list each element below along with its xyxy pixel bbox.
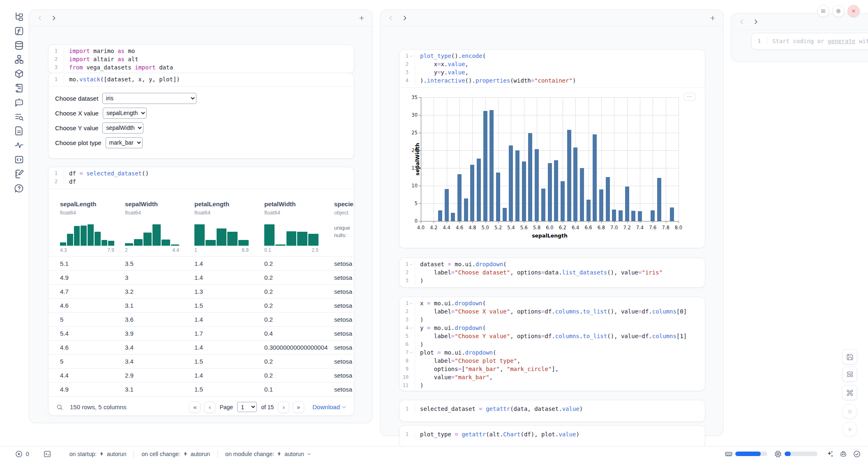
table-row[interactable]: 53.61.40.2setosa (48, 312, 354, 326)
column-panel-1: 1import marimo as mo2import altair as al… (29, 9, 373, 423)
table-row[interactable]: 4.73.21.30.2setosa (48, 284, 354, 298)
cell-xy-dropdowns[interactable]: 1x = mo.ui.dropdown(2 label="Choose X va… (399, 297, 705, 391)
cell-dataframe[interactable]: 1df = selected_dataset()2dfsepalLengthfl… (48, 167, 354, 416)
collapse-chevron-icon[interactable] (409, 299, 413, 307)
shortcuts-button[interactable] (842, 385, 857, 400)
sidebar-item-chat[interactable] (14, 97, 24, 108)
table-summary: 150 rows, 5 columns (70, 403, 127, 410)
sidebar-item-functions[interactable] (14, 26, 24, 36)
menu-button[interactable] (817, 5, 829, 17)
chart-bar (509, 145, 513, 221)
x-value-select[interactable]: sepalLength (103, 108, 147, 119)
shutdown-button[interactable] (847, 5, 860, 17)
chart-bar (573, 148, 577, 221)
add-cell-button[interactable] (709, 15, 716, 21)
cell-selected-dataset[interactable]: 1selected_dataset = getattr(data, datase… (399, 400, 705, 422)
table-cell: 4.6 (60, 302, 125, 309)
collapse-chevron-icon[interactable] (409, 52, 413, 60)
table-cell: 4.4 (60, 372, 125, 379)
cell-scratch[interactable]: 1Start coding or generate with (751, 33, 868, 50)
cell-editor[interactable]: 1selected_dataset = getattr(data, datase… (399, 403, 705, 416)
download-button[interactable]: Download (312, 403, 346, 410)
table-row[interactable]: 53.41.50.2setosa (48, 354, 354, 368)
table-row[interactable]: 5.13.51.40.2setosa (48, 256, 354, 270)
chart-plot-area[interactable]: 4.04.24.44.64.85.05.25.45.65.86.06.26.46… (399, 88, 705, 247)
cell-editor[interactable]: 1plot_type = getattr(alt.Chart(df), plot… (399, 428, 705, 441)
sparkles-icon[interactable] (826, 450, 834, 458)
line-number: 1 (399, 52, 409, 60)
table-row[interactable]: 5.43.91.70.4setosa (48, 326, 354, 340)
table-column-header[interactable]: petalLengthfloat6416.9 (194, 201, 264, 254)
cell-imports[interactable]: 1import marimo as mo2import altair as al… (48, 44, 354, 74)
collapse-chevron-icon (409, 268, 413, 277)
cell-editor[interactable]: 1plot_type().encode(2 x=x.value,3 y=y.va… (399, 50, 705, 88)
cell-editor[interactable]: 1import marimo as mo2import altair as al… (48, 45, 354, 74)
table-row[interactable]: 4.931.40.2setosa (48, 270, 354, 284)
run-button[interactable] (842, 422, 857, 437)
table-column-header[interactable]: sepalWidthfloat6424.4 (125, 201, 194, 254)
connection-status-icon[interactable] (853, 450, 861, 458)
table-row[interactable]: 4.93.11.50.1setosa (48, 382, 354, 396)
sidebar-item-document[interactable] (14, 126, 24, 136)
cell-editor[interactable]: 1df = selected_dataset()2df (48, 167, 354, 189)
dataset-select[interactable]: iris (102, 93, 196, 104)
sidebar-item-help[interactable] (14, 183, 24, 194)
sidebar-item-package[interactable] (14, 69, 24, 79)
add-cell-button[interactable] (358, 15, 365, 21)
layout-button[interactable] (842, 366, 857, 382)
on-module-change-setting[interactable]: on module change: autorun (225, 451, 312, 457)
cell-chart[interactable]: 1plot_type().encode(2 x=x.value,3 y=y.va… (399, 49, 705, 248)
terminal-icon[interactable] (43, 450, 51, 458)
table-column-header[interactable]: petalWidthfloat640.12.5 (264, 201, 334, 254)
code-line: 4).interactive().properties(width="conta… (399, 76, 705, 85)
errors-icon[interactable] (15, 450, 23, 458)
prev-page-button[interactable]: ‹ (204, 401, 215, 413)
stop-button[interactable] (842, 404, 857, 419)
table-column-header[interactable]: speciesobjectuniquenulls: (334, 201, 354, 254)
plot-type-select[interactable]: mark_bar (106, 137, 143, 148)
table-row[interactable]: 4.42.91.40.2setosa (48, 368, 354, 382)
y-value-select[interactable]: sepalWidth (102, 122, 143, 134)
panel-next-button[interactable] (51, 15, 57, 21)
table-row[interactable]: 4.63.41.40.30000000000000004setosa (48, 340, 354, 354)
sidebar-item-tracing[interactable] (14, 140, 24, 150)
panel-next-button[interactable] (402, 15, 408, 21)
cell-plot-type[interactable]: 1plot_type = getattr(alt.Chart(df), plot… (399, 425, 705, 447)
control-label: Choose plot type (55, 139, 102, 146)
chart-actions-button[interactable]: ⋯ (684, 93, 695, 101)
first-page-button[interactable]: « (189, 401, 201, 413)
settings-button[interactable] (832, 5, 845, 17)
collapse-chevron-icon (409, 307, 413, 316)
bot-icon[interactable] (839, 450, 847, 458)
panel-prev-button[interactable] (388, 15, 394, 21)
on-startup-setting[interactable]: on startup: autorun (69, 451, 127, 457)
sidebar-item-dependency-graph[interactable] (14, 54, 24, 65)
code-line: 1x = mo.ui.dropdown( (399, 299, 705, 307)
sidebar-item-script[interactable] (14, 83, 24, 93)
collapse-chevron-icon[interactable] (409, 348, 413, 357)
sidebar-item-file-tree[interactable] (14, 12, 24, 22)
table-column-header[interactable]: sepalLengthfloat644.37.9 (60, 201, 125, 254)
cell-editor[interactable]: 1dataset = mo.ui.dropdown(2 label="Choos… (399, 258, 705, 288)
last-page-button[interactable]: » (293, 401, 304, 413)
cell-dataset-dropdown[interactable]: 1dataset = mo.ui.dropdown(2 label="Choos… (399, 258, 705, 288)
panel-prev-button[interactable] (739, 18, 745, 25)
save-button[interactable] (842, 349, 857, 364)
search-icon[interactable] (56, 403, 63, 411)
panel-prev-button[interactable] (37, 15, 43, 21)
cell-editor[interactable]: 1Start coding or generate with (752, 33, 868, 48)
sidebar-item-scratchpad[interactable] (14, 169, 24, 179)
page-select[interactable]: 1 (237, 402, 257, 412)
cell-editor[interactable]: 1mo.vstack([dataset, x, y, plot]) (48, 73, 354, 86)
panel-next-button[interactable] (753, 18, 759, 25)
collapse-chevron-icon[interactable] (409, 260, 413, 268)
cell-editor[interactable]: 1x = mo.ui.dropdown(2 label="Choose X va… (399, 297, 705, 391)
next-page-button[interactable]: › (278, 401, 289, 413)
sidebar-item-snippets[interactable] (14, 154, 24, 165)
collapse-chevron-icon[interactable] (409, 324, 413, 332)
sidebar-item-database[interactable] (14, 40, 24, 51)
sidebar-item-logs[interactable] (14, 112, 24, 122)
table-row[interactable]: 4.63.11.50.2setosa (48, 298, 354, 312)
cell-vstack[interactable]: 1mo.vstack([dataset, x, y, plot])Choose … (48, 73, 354, 159)
on-cell-change-setting[interactable]: on cell change: autorun (141, 451, 210, 457)
